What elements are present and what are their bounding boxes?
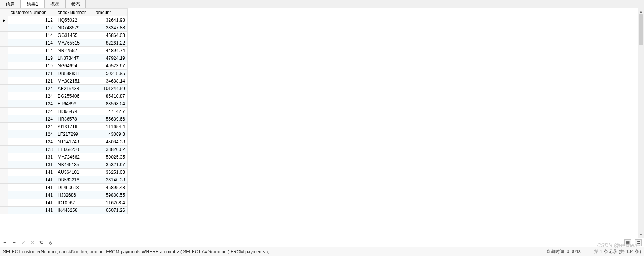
cell-customerNumber[interactable]: 141 <box>8 207 55 214</box>
cell-amount[interactable]: 47924.19 <box>93 54 128 62</box>
cell-checkNumber[interactable]: MA302151 <box>55 77 93 85</box>
cell-amount[interactable]: 33347.88 <box>93 24 128 32</box>
cell-amount[interactable]: 44894.74 <box>93 47 128 54</box>
cell-customerNumber[interactable]: 119 <box>8 62 55 70</box>
cell-amount[interactable]: 43369.3 <box>93 130 128 138</box>
cell-customerNumber[interactable]: 124 <box>8 123 55 130</box>
col-checkNumber[interactable]: checkNumber <box>55 9 93 16</box>
table-row[interactable]: 124LF21729943369.3 <box>0 130 128 138</box>
scroll-down-icon[interactable]: ▼ <box>638 232 644 238</box>
cell-checkNumber[interactable]: LN373447 <box>55 54 93 62</box>
result-grid-scroll[interactable]: customerNumber checkNumber amount ▶112HQ… <box>0 8 638 238</box>
cell-amount[interactable]: 36140.38 <box>93 176 128 184</box>
table-row[interactable]: 114MA76551582261.22 <box>0 39 128 47</box>
table-row[interactable]: 124BG25540685410.87 <box>0 92 128 100</box>
cell-checkNumber[interactable]: DB889831 <box>55 70 93 77</box>
cell-customerNumber[interactable]: 124 <box>8 115 55 123</box>
table-row[interactable]: 114NR2755244894.74 <box>0 47 128 54</box>
cell-checkNumber[interactable]: LF217299 <box>55 130 93 138</box>
cell-customerNumber[interactable]: 119 <box>8 54 55 62</box>
grid-view-button[interactable]: ▦ <box>624 239 631 246</box>
cell-customerNumber[interactable]: 128 <box>8 146 55 153</box>
table-row[interactable]: 124HI36647447142.7 <box>0 108 128 115</box>
cell-customerNumber[interactable]: 114 <box>8 32 55 39</box>
cell-amount[interactable]: 45084.38 <box>93 138 128 146</box>
table-row[interactable]: 131MA72456250025.35 <box>0 153 128 161</box>
cell-customerNumber[interactable]: 141 <box>8 184 55 191</box>
table-row[interactable]: 124HR8657855639.66 <box>0 115 128 123</box>
cell-checkNumber[interactable]: MA724562 <box>55 153 93 161</box>
cell-checkNumber[interactable]: DL460618 <box>55 184 93 191</box>
cell-amount[interactable]: 34638.14 <box>93 77 128 85</box>
cell-checkNumber[interactable]: BG255406 <box>55 92 93 100</box>
cell-amount[interactable]: 55639.66 <box>93 115 128 123</box>
vertical-scrollbar[interactable]: ▲ ▼ <box>638 8 644 238</box>
cell-customerNumber[interactable]: 124 <box>8 138 55 146</box>
cell-checkNumber[interactable]: HQ55022 <box>55 16 93 24</box>
cell-checkNumber[interactable]: ET64396 <box>55 100 93 108</box>
tab-1[interactable]: 结果1 <box>21 0 44 8</box>
table-row[interactable]: 121DB88983150218.95 <box>0 70 128 77</box>
table-row[interactable]: 141DL46061846895.48 <box>0 184 128 191</box>
cell-checkNumber[interactable]: AE215433 <box>55 85 93 92</box>
cell-customerNumber[interactable]: 124 <box>8 108 55 115</box>
cell-checkNumber[interactable]: NR27552 <box>55 47 93 54</box>
cell-checkNumber[interactable]: NB445135 <box>55 161 93 169</box>
cell-amount[interactable]: 116208.4 <box>93 199 128 207</box>
cell-amount[interactable]: 59830.55 <box>93 191 128 199</box>
cell-customerNumber[interactable]: 124 <box>8 100 55 108</box>
cell-checkNumber[interactable]: ND748579 <box>55 24 93 32</box>
tab-2[interactable]: 概况 <box>44 0 65 8</box>
cell-amount[interactable]: 32641.98 <box>93 16 128 24</box>
delete-row-button[interactable]: − <box>11 240 17 245</box>
cell-amount[interactable]: 49523.67 <box>93 62 128 70</box>
cell-amount[interactable]: 111654.4 <box>93 123 128 130</box>
cell-amount[interactable]: 82261.22 <box>93 39 128 47</box>
cell-amount[interactable]: 35321.97 <box>93 161 128 169</box>
cell-amount[interactable]: 83598.04 <box>93 100 128 108</box>
cell-customerNumber[interactable]: 112 <box>8 24 55 32</box>
cell-amount[interactable]: 50218.95 <box>93 70 128 77</box>
cell-checkNumber[interactable]: NG94694 <box>55 62 93 70</box>
cell-amount[interactable]: 45864.03 <box>93 32 128 39</box>
cell-checkNumber[interactable]: HI366474 <box>55 108 93 115</box>
table-row[interactable]: 124AE215433101244.59 <box>0 85 128 92</box>
cell-customerNumber[interactable]: 124 <box>8 92 55 100</box>
table-row[interactable]: 131NB44513535321.97 <box>0 161 128 169</box>
cell-amount[interactable]: 101244.59 <box>93 85 128 92</box>
cell-customerNumber[interactable]: 131 <box>8 153 55 161</box>
cell-amount[interactable]: 50025.35 <box>93 153 128 161</box>
cell-amount[interactable]: 65071.26 <box>93 207 128 214</box>
cell-checkNumber[interactable]: GG31455 <box>55 32 93 39</box>
tab-0[interactable]: 信息 <box>0 0 21 8</box>
cell-amount[interactable]: 33820.62 <box>93 146 128 153</box>
tab-3[interactable]: 状态 <box>65 0 86 8</box>
cell-customerNumber[interactable]: 141 <box>8 169 55 176</box>
cell-customerNumber[interactable]: 114 <box>8 39 55 47</box>
table-row[interactable]: 141ID10962116208.4 <box>0 199 128 207</box>
cell-checkNumber[interactable]: FH668230 <box>55 146 93 153</box>
table-row[interactable]: 141AU36410136251.03 <box>0 169 128 176</box>
cell-amount[interactable]: 85410.87 <box>93 92 128 100</box>
table-row[interactable]: 112ND74857933347.88 <box>0 24 128 32</box>
cell-checkNumber[interactable]: ID10962 <box>55 199 93 207</box>
form-view-button[interactable]: ≣ <box>635 239 642 246</box>
cell-customerNumber[interactable]: 141 <box>8 176 55 184</box>
cell-checkNumber[interactable]: MA765515 <box>55 39 93 47</box>
cell-customerNumber[interactable]: 124 <box>8 85 55 92</box>
cell-customerNumber[interactable]: 112 <box>8 16 55 24</box>
cell-checkNumber[interactable]: HR86578 <box>55 115 93 123</box>
table-row[interactable]: 141IN44625865071.26 <box>0 207 128 214</box>
scroll-thumb[interactable] <box>639 14 643 45</box>
cell-checkNumber[interactable]: HJ32686 <box>55 191 93 199</box>
cell-amount[interactable]: 47142.7 <box>93 108 128 115</box>
cell-checkNumber[interactable]: NT141748 <box>55 138 93 146</box>
table-row[interactable]: 141HJ3268659830.55 <box>0 191 128 199</box>
cell-amount[interactable]: 46895.48 <box>93 184 128 191</box>
table-row[interactable]: 141DB58321636140.38 <box>0 176 128 184</box>
cell-checkNumber[interactable]: DB583216 <box>55 176 93 184</box>
cell-checkNumber[interactable]: AU364101 <box>55 169 93 176</box>
table-row[interactable]: 124NT14174845084.38 <box>0 138 128 146</box>
add-row-button[interactable]: + <box>2 240 8 245</box>
cell-customerNumber[interactable]: 121 <box>8 77 55 85</box>
